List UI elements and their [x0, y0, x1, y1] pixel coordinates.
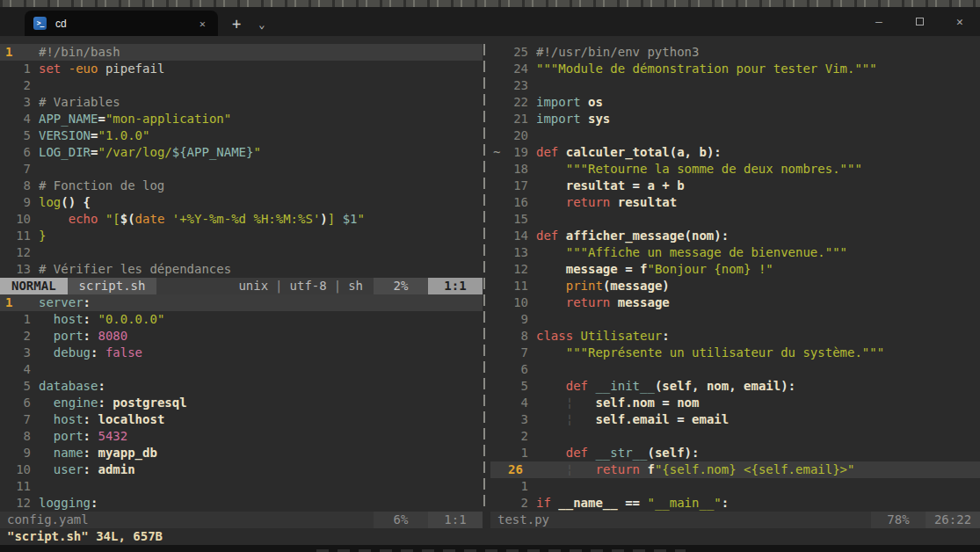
- code-line: 1 def __str__(self):: [490, 445, 980, 461]
- code-line: 23: [490, 77, 980, 94]
- code-text: # Variables: [39, 94, 483, 111]
- close-button[interactable]: ✕: [940, 7, 980, 36]
- code-line: 6 engine: postgresql: [0, 395, 483, 411]
- tab-dropdown-icon[interactable]: ⌄: [258, 18, 265, 31]
- code-text: def __str__(self):: [536, 445, 980, 461]
- code-line: 25#!/usr/bin/env python3: [490, 44, 980, 61]
- code-text: user: admin: [39, 461, 483, 478]
- code-line: 7 host: localhost: [0, 411, 483, 428]
- code-text: port: 8080: [39, 328, 483, 345]
- taskbar-edge: [0, 545, 980, 552]
- line-number: 1: [503, 445, 536, 461]
- code-text: VERSION="1.0.0": [39, 127, 483, 144]
- line-number: 12: [503, 261, 536, 278]
- code-line: 15: [490, 211, 980, 228]
- code-line: 8class Utilisateur:: [490, 328, 980, 345]
- line-number: 18: [503, 161, 536, 178]
- code-line: 12: [0, 244, 483, 261]
- code-text: [536, 77, 980, 94]
- code-text: def calculer_total(a, b):: [536, 144, 980, 161]
- sign-column: [490, 345, 503, 361]
- editor-pane-script-sh[interactable]: 1#!/bin/bash1set -euo pipefail23# Variab…: [0, 44, 483, 278]
- line-number: 1: [0, 61, 39, 77]
- tab-close-icon[interactable]: ✕: [196, 18, 209, 30]
- code-text: debug: false: [39, 345, 483, 361]
- code-text: ¦ self.nom = nom: [536, 395, 980, 411]
- code-line: 13 """Affiche un message de bienvenue.""…: [490, 244, 980, 261]
- line-number: 8: [0, 428, 39, 445]
- line-number: 8: [503, 328, 536, 345]
- code-text: [39, 361, 483, 378]
- terminal-titlebar[interactable]: >_ cd ✕ + ⌄ – ✕: [0, 7, 980, 36]
- sign-column: [490, 311, 503, 328]
- line-number: 24: [503, 61, 536, 77]
- file-encoding: utf-8: [290, 278, 327, 294]
- editor-pane-test-py[interactable]: 25#!/usr/bin/env python3 24"""Module de …: [490, 44, 980, 512]
- code-line: 3# Variables: [0, 94, 483, 111]
- statusline-filename: script.sh: [68, 278, 157, 294]
- line-number: 12: [0, 244, 39, 261]
- new-tab-button[interactable]: +: [232, 15, 241, 33]
- code-text: [536, 311, 980, 328]
- line-number: 25: [503, 44, 536, 61]
- line-number: 23: [503, 77, 536, 94]
- sign-column: [490, 228, 503, 244]
- statusline-separator: |: [327, 278, 348, 294]
- code-line: 6LOG_DIR="/var/log/${APP_NAME}": [0, 144, 483, 161]
- code-line: 10 echo "[$(date '+%Y-%m-%d %H:%M:%S')] …: [0, 211, 483, 228]
- sign-column: [490, 244, 503, 261]
- file-type: sh: [348, 278, 363, 294]
- sign-column: [490, 278, 503, 294]
- line-number: 3: [0, 94, 39, 111]
- line-number: 8: [0, 178, 39, 194]
- editor-pane-config-yaml[interactable]: 1server:1 host: "0.0.0.0"2 port: 80803 d…: [0, 294, 483, 512]
- cursor-position: 1:1: [428, 512, 483, 528]
- code-text: [536, 211, 980, 228]
- code-line: 3 ¦ self.email = email: [490, 411, 980, 428]
- code-line: 1: [490, 478, 980, 495]
- code-text: server:: [39, 294, 483, 311]
- code-line: 2: [0, 77, 483, 94]
- window-separator[interactable]: [483, 44, 485, 512]
- code-line: 4: [0, 361, 483, 378]
- vim-command-line: "script.sh" 34L, 657B: [0, 528, 980, 545]
- sign-column: [490, 94, 503, 111]
- sign-column: [490, 461, 503, 478]
- code-line: 10 return message: [490, 294, 980, 311]
- line-number: 10: [503, 294, 536, 311]
- statusline-info: unix | utf-8 | sh 2% 1:1: [156, 278, 483, 294]
- code-line: 21import sys: [490, 111, 980, 127]
- line-number: 2: [0, 77, 39, 94]
- code-text: class Utilisateur:: [536, 328, 980, 345]
- statusline-filename: test.py: [490, 512, 871, 528]
- code-line: 11}: [0, 228, 483, 244]
- sign-column: [490, 61, 503, 77]
- code-line: 2 port: 8080: [0, 328, 483, 345]
- minimize-button[interactable]: –: [859, 7, 899, 36]
- line-number: 9: [503, 311, 536, 328]
- maximize-button[interactable]: [899, 7, 940, 36]
- line-number: 7: [0, 411, 39, 428]
- sign-column: [490, 378, 503, 395]
- code-text: print(message): [536, 278, 980, 294]
- tab-title: cd: [55, 18, 196, 30]
- sign-column: [490, 178, 503, 194]
- cursor-position: 1:1: [428, 278, 483, 294]
- code-text: resultat = a + b: [536, 178, 980, 194]
- code-line: 6: [490, 361, 980, 378]
- code-text: [536, 428, 980, 445]
- line-number: 13: [0, 261, 39, 278]
- code-line: 9 name: myapp_db: [0, 445, 483, 461]
- code-line: 1set -euo pipefail: [0, 61, 483, 77]
- line-number: 2: [503, 428, 536, 445]
- line-number: 11: [0, 228, 39, 244]
- terminal-tab[interactable]: >_ cd ✕: [25, 11, 218, 36]
- line-number: 2: [0, 328, 39, 345]
- code-line: 13# Vérifier les dépendances: [0, 261, 483, 278]
- line-number: 6: [503, 361, 536, 378]
- line-number: 15: [503, 211, 536, 228]
- code-line: 8 port: 5432: [0, 428, 483, 445]
- line-number: 10: [0, 461, 39, 478]
- line-number: 20: [503, 127, 536, 144]
- sign-column: [490, 328, 503, 345]
